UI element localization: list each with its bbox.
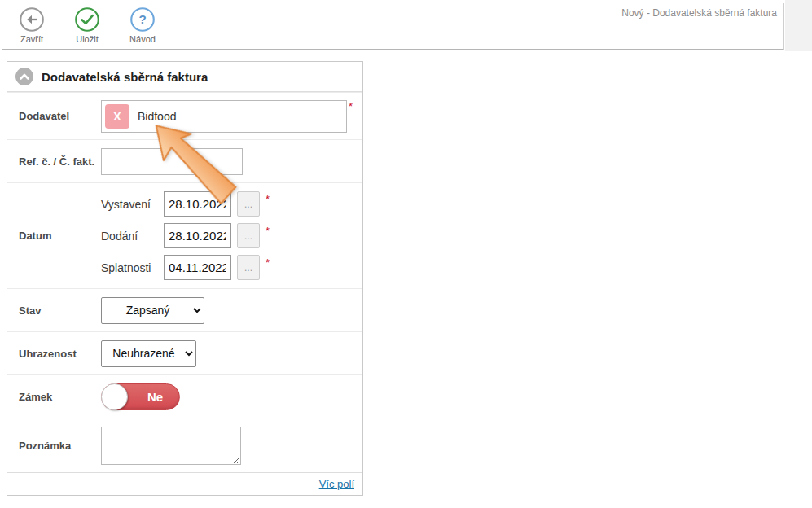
note-row: Poznámka (7, 418, 362, 472)
note-label: Poznámka (19, 440, 101, 452)
reference-input[interactable] (101, 148, 243, 175)
required-marker: * (266, 194, 270, 204)
delivery-date-input[interactable] (164, 223, 231, 248)
date-section-label: Datum (19, 230, 101, 242)
payment-status-row: Uhrazenost Neuhrazené (7, 331, 362, 374)
issue-date-input[interactable] (164, 191, 231, 217)
svg-text:?: ? (138, 12, 146, 26)
close-button-label: Zavřít (20, 34, 43, 44)
back-arrow-circle-icon (19, 7, 45, 33)
required-marker: * (266, 257, 270, 268)
delivery-date-picker-button[interactable]: ... (237, 223, 260, 248)
check-circle-icon (74, 7, 100, 33)
due-date-row: Splatnosti ... * (101, 255, 270, 280)
panel-title: Dodavatelská sběrná faktura (42, 70, 208, 84)
help-button-label: Návod (129, 34, 156, 44)
status-label: Stav (19, 304, 101, 317)
lock-toggle-state: Ne (131, 384, 179, 409)
issue-date-label: Vystavení (101, 198, 164, 211)
issue-date-row: Vystavení ... * (101, 191, 270, 217)
save-button[interactable]: Uložit (68, 7, 106, 44)
delivery-date-row: Dodání ... * (101, 223, 270, 248)
required-marker: * (349, 101, 353, 112)
status-select[interactable]: Zapsaný (101, 297, 204, 324)
supplier-row: Dodavatel X Bidfood * (7, 92, 362, 139)
lock-toggle[interactable]: Ne (101, 383, 180, 410)
panel-header: Dodavatelská sběrná faktura (7, 62, 362, 92)
invoice-form-panel: Dodavatelská sběrná faktura Dodavatel X … (7, 61, 363, 496)
lock-label: Zámek (19, 391, 101, 403)
date-section-row: Datum Vystavení ... * Dodání ... * Splat… (7, 182, 362, 288)
chevron-up-circle-icon[interactable] (15, 68, 33, 85)
help-button[interactable]: ? Návod (124, 7, 161, 44)
required-marker: * (266, 226, 270, 236)
due-date-picker-button[interactable]: ... (237, 255, 260, 280)
page-background-strip (785, 0, 812, 51)
toolbar: Zavřít Uložit ? Návod Nový - Dodavatelsk… (2, 3, 784, 50)
reference-row: Ref. č. / Č. fakt. (7, 139, 362, 182)
due-date-input[interactable] (164, 255, 231, 280)
more-fields-link[interactable]: Víc polí (319, 478, 354, 490)
supplier-value: Bidfood (138, 110, 176, 123)
close-button[interactable]: Zavřít (13, 7, 50, 44)
payment-status-label: Uhrazenost (19, 348, 101, 360)
question-circle-icon: ? (129, 7, 156, 33)
payment-status-select[interactable]: Neuhrazené (101, 340, 196, 367)
due-date-label: Splatnosti (101, 261, 164, 274)
delivery-date-label: Dodání (101, 230, 164, 243)
save-button-label: Uložit (76, 34, 99, 44)
issue-date-picker-button[interactable]: ... (237, 191, 260, 217)
window-context-title: Nový - Dodavatelská sběrná faktura (621, 7, 777, 19)
status-row: Stav Zapsaný (7, 288, 362, 331)
panel-footer: Víc polí (7, 472, 362, 495)
remove-supplier-button[interactable]: X (105, 104, 129, 129)
note-textarea[interactable] (101, 427, 241, 465)
toggle-knob (101, 383, 128, 410)
supplier-label: Dodavatel (19, 110, 101, 122)
reference-label: Ref. č. / Č. fakt. (19, 155, 101, 168)
lock-row: Zámek Ne (7, 374, 362, 418)
supplier-field[interactable]: X Bidfood (101, 100, 347, 133)
